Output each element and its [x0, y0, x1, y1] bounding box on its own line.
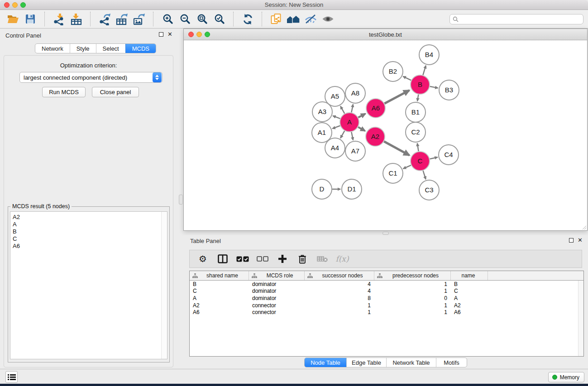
column-header-successor-nodes[interactable]: successor nodes: [305, 271, 374, 280]
export-image-button[interactable]: [130, 11, 148, 27]
table-cell[interactable]: 1: [374, 288, 451, 294]
memory-button[interactable]: Memory: [548, 372, 584, 382]
tab-style[interactable]: Style: [70, 44, 96, 53]
graph-edge-B-B4[interactable]: [423, 66, 425, 75]
import-network-button[interactable]: [50, 11, 67, 27]
table-cell[interactable]: connector: [249, 309, 305, 315]
graph-node-D1[interactable]: D1: [342, 179, 362, 199]
table-cell[interactable]: 4: [305, 288, 374, 294]
table-cell[interactable]: 8: [305, 295, 374, 301]
duplicate-network-button[interactable]: [268, 11, 285, 27]
table-cell[interactable]: connector: [249, 302, 305, 309]
table-row[interactable]: Bdominator41B: [190, 281, 583, 288]
graph-node-A7[interactable]: A7: [345, 141, 365, 161]
tab-node-table[interactable]: Node Table: [305, 358, 346, 367]
close-panel-icon-button[interactable]: ✕: [167, 32, 172, 37]
horizontal-split-divider[interactable]: [382, 232, 389, 235]
graph-node-A4[interactable]: A4: [325, 138, 345, 158]
graph-node-C4[interactable]: C4: [439, 145, 459, 165]
result-item[interactable]: B: [13, 228, 167, 235]
graph-edge-A-A3[interactable]: [333, 116, 340, 119]
table-cell[interactable]: A6: [451, 309, 488, 315]
float-panel-button[interactable]: [159, 32, 163, 37]
graph-node-A5[interactable]: A5: [325, 86, 345, 106]
table-cell[interactable]: 1: [305, 309, 374, 315]
result-item[interactable]: A2: [13, 214, 167, 221]
column-header-predecessor-nodes[interactable]: predecessor nodes: [374, 271, 451, 280]
graph-edge-C-C2[interactable]: [417, 143, 419, 152]
vertical-split-divider[interactable]: [179, 195, 183, 205]
zoom-selected-button[interactable]: [210, 11, 228, 27]
column-header-shared-name[interactable]: shared name: [190, 271, 249, 280]
graph-edge-A2-C[interactable]: [384, 142, 409, 156]
add-column-button[interactable]: [276, 252, 289, 266]
graph-node-B3[interactable]: B3: [439, 80, 459, 100]
graph-edge-B-B3[interactable]: [430, 86, 438, 88]
home-button[interactable]: [285, 11, 302, 27]
graph-edge-C-C1[interactable]: [403, 165, 411, 169]
open-session-button[interactable]: [5, 11, 22, 27]
close-panel-button[interactable]: Close panel: [92, 87, 139, 97]
table-cell[interactable]: A2: [451, 302, 488, 309]
table-cell[interactable]: C: [190, 288, 249, 294]
optimization-criterion-select[interactable]: largest connected component (directed): [19, 72, 163, 83]
result-item[interactable]: A6: [13, 243, 167, 250]
column-header-name[interactable]: name: [451, 271, 488, 280]
graph-edge-A-A5[interactable]: [340, 106, 344, 114]
zoom-out-button[interactable]: [176, 11, 193, 27]
table-cell[interactable]: 1: [374, 309, 451, 315]
result-item[interactable]: A: [13, 221, 167, 228]
table-row[interactable]: A2connector11A2: [190, 302, 583, 309]
table-cell[interactable]: A: [190, 295, 249, 301]
show-hidden-button[interactable]: [319, 11, 336, 27]
deselect-all-button[interactable]: [256, 252, 269, 266]
hide-selected-button[interactable]: [302, 11, 319, 27]
graph-edge-B-B2[interactable]: [403, 76, 411, 81]
zoom-in-button[interactable]: [159, 11, 176, 27]
tab-edge-table[interactable]: Edge Table: [346, 358, 386, 367]
graph-node-B[interactable]: B: [411, 75, 430, 94]
apply-layout-button[interactable]: [239, 11, 256, 27]
graph-node-A6[interactable]: A6: [366, 99, 385, 118]
tab-select[interactable]: Select: [96, 44, 125, 53]
graph-edge-C-C3[interactable]: [423, 171, 426, 179]
table-cell[interactable]: A: [451, 295, 488, 301]
graph-node-C3[interactable]: C3: [419, 180, 439, 200]
table-cell[interactable]: dominator: [249, 295, 305, 301]
tab-network-table[interactable]: Network Table: [386, 358, 436, 367]
graph-node-B4[interactable]: B4: [419, 45, 439, 65]
search-box[interactable]: [449, 14, 583, 24]
table-cell[interactable]: A2: [190, 302, 249, 309]
tab-network[interactable]: Network: [35, 44, 70, 53]
table-settings-button[interactable]: ⚙: [196, 252, 210, 266]
delete-table-button[interactable]: [316, 252, 329, 266]
import-table-button[interactable]: [67, 11, 85, 27]
mcds-result-list[interactable]: A2ABCA6: [10, 211, 167, 359]
export-table-button[interactable]: [113, 11, 130, 27]
table-cell[interactable]: 1: [305, 302, 374, 309]
graph-edge-A-A1[interactable]: [332, 126, 340, 129]
graph-node-C[interactable]: C: [411, 152, 430, 171]
close-table-panel-button[interactable]: ✕: [578, 238, 583, 243]
export-network-button[interactable]: [96, 11, 113, 27]
graph-edge-A-A2[interactable]: [358, 127, 365, 131]
select-all-button[interactable]: [236, 252, 249, 266]
zoom-fit-button[interactable]: [193, 11, 210, 27]
delete-column-button[interactable]: [296, 252, 309, 266]
graph-node-C2[interactable]: C2: [406, 122, 425, 142]
table-cell[interactable]: dominator: [249, 288, 305, 294]
graph-edge-A-A8[interactable]: [351, 104, 353, 112]
table-cell[interactable]: dominator: [249, 281, 305, 287]
network-canvas[interactable]: AA1A2A3A4A5A6A7A8BB1B2B3B4CC1C2C3C4DD1: [184, 40, 587, 230]
result-list-scrollbar[interactable]: [161, 212, 167, 359]
function-builder-button[interactable]: f(x): [335, 252, 349, 266]
tab-mcds[interactable]: MCDS: [125, 44, 156, 53]
table-cell[interactable]: A6: [190, 309, 249, 315]
save-session-button[interactable]: [22, 11, 39, 27]
table-cell[interactable]: B: [451, 281, 488, 287]
table-row[interactable]: Cdominator41C: [190, 288, 583, 295]
graph-edge-C-C4[interactable]: [430, 157, 437, 159]
table-cell[interactable]: 4: [305, 281, 374, 287]
graph-node-A[interactable]: A: [340, 113, 359, 132]
resize-corner-icon[interactable]: [581, 224, 587, 230]
